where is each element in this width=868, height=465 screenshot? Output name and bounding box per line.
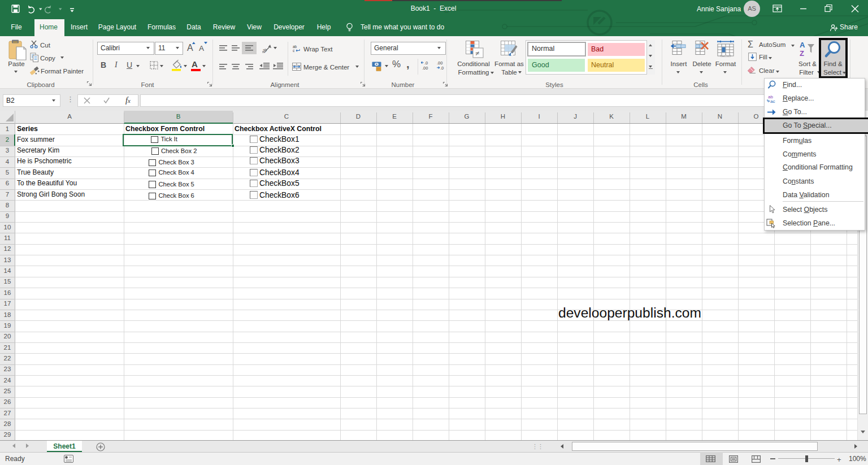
svg-text:ab: ab [293, 45, 297, 49]
svg-text:c: c [293, 49, 295, 53]
svg-text:Z: Z [800, 49, 804, 58]
svg-text:.0: .0 [424, 60, 428, 66]
svg-text:≠: ≠ [475, 49, 479, 58]
svg-text:A: A [800, 41, 805, 49]
svg-text:.00: .00 [437, 60, 442, 66]
svg-text:.0: .0 [440, 66, 444, 71]
svg-text:ac: ac [770, 99, 775, 103]
svg-text:ab: ab [262, 47, 268, 53]
svg-text:A: A [187, 43, 193, 53]
svg-text:A: A [199, 44, 204, 53]
svg-text:.00: .00 [422, 66, 428, 71]
